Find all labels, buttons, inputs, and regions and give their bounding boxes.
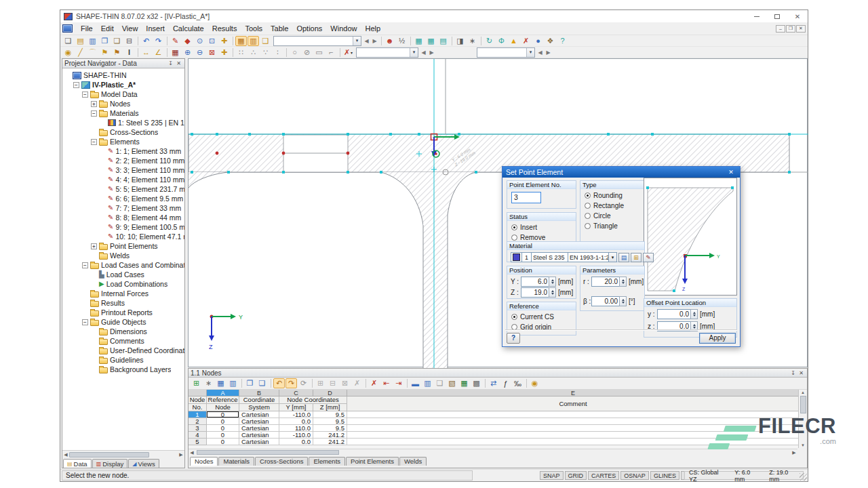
table-settings-icon[interactable]: ∗ bbox=[203, 378, 214, 388]
guideline-corner-icon[interactable]: ⌐ bbox=[326, 47, 337, 58]
panel-vertical-icon[interactable]: ▥ bbox=[422, 378, 433, 388]
collapse-icon[interactable]: − bbox=[91, 110, 97, 117]
tree-item-point-elements[interactable]: +Point Elements bbox=[62, 241, 184, 251]
cell-coordinate-system[interactable]: Cartesian bbox=[239, 418, 279, 425]
delete-row-icon[interactable]: ⊟ bbox=[327, 378, 338, 388]
table-hscrollbar[interactable]: ◀ ▶ bbox=[189, 449, 797, 455]
draw-icon[interactable]: ✎ bbox=[170, 36, 181, 46]
set-node-icon[interactable]: ◉ bbox=[62, 47, 74, 58]
maximize-button[interactable] bbox=[767, 10, 787, 22]
cs-prev-icon[interactable]: ◀ bbox=[420, 47, 427, 58]
table-view-icon[interactable]: ▦ bbox=[215, 378, 226, 388]
cell-z[interactable]: 241.2 bbox=[313, 439, 347, 445]
delete-all-icon[interactable]: ✗ bbox=[368, 378, 380, 388]
title-bar[interactable]: SHAPE-THIN 8.07.02 x32 - [IV-Plastic_A*]… bbox=[60, 10, 808, 22]
view-next-icon[interactable]: ▶ bbox=[371, 36, 378, 46]
tree-item-shape-thin[interactable]: SHAPE-THIN bbox=[62, 70, 184, 80]
menu-edit[interactable]: Edit bbox=[97, 24, 118, 33]
material-edit-icon[interactable]: ✎ bbox=[643, 253, 654, 262]
offset-y-stepper[interactable] bbox=[690, 309, 698, 319]
position-z-stepper[interactable] bbox=[549, 287, 556, 298]
guideline-circle-icon[interactable]: ○ bbox=[289, 47, 300, 58]
material-number[interactable]: 1 bbox=[522, 252, 532, 262]
zoom-window-icon[interactable]: ⊠ bbox=[206, 47, 218, 58]
help-icon[interactable]: ? bbox=[557, 36, 568, 46]
tree-item-1-steel-s-235-en-1993-1-1-2005[interactable]: 1: Steel S 235 | EN 1993-1-1:2005 bbox=[62, 118, 184, 127]
tree-item-cross-sections[interactable]: Cross-Sections bbox=[62, 127, 184, 137]
cell-z[interactable]: 9.5 bbox=[313, 425, 347, 432]
menu-calculate[interactable]: Calculate bbox=[169, 24, 208, 33]
cell-reference-node[interactable]: 0 bbox=[207, 411, 239, 418]
move-row-left-icon[interactable]: ⇤ bbox=[380, 378, 392, 388]
cell-y[interactable]: -110.0 bbox=[279, 432, 313, 439]
toggle-cartes[interactable]: CARTES bbox=[588, 471, 619, 480]
delete-icon[interactable]: ✗ bbox=[520, 36, 532, 46]
toggle-osnap[interactable]: OSNAP bbox=[620, 471, 649, 480]
collapse-icon[interactable]: − bbox=[91, 139, 97, 145]
cell-z[interactable]: 9.5 bbox=[313, 411, 347, 418]
new-icon[interactable]: ❏ bbox=[62, 36, 74, 46]
cell-y[interactable]: 0.0 bbox=[279, 439, 313, 445]
calculator-icon[interactable]: ▩ bbox=[471, 378, 482, 388]
tree-item-load-combinations[interactable]: ▶Load Combinations bbox=[62, 279, 184, 289]
delete-guidelines-icon[interactable]: ✗▾ bbox=[342, 47, 354, 58]
chevron-down-icon[interactable]: ▾ bbox=[526, 48, 534, 57]
tree-item-4-4-element-110-mm[interactable]: ✎4: 4; Element 110 mm bbox=[62, 175, 184, 184]
set-point-element-icon[interactable]: ⚑ bbox=[99, 47, 111, 58]
table-manager-icon[interactable]: ▦ bbox=[413, 36, 425, 46]
menu-help[interactable]: Help bbox=[361, 24, 384, 33]
tree-item-5-5-element-231-7-mm[interactable]: ✎5: 5; Element 231.7 mm bbox=[62, 184, 184, 194]
tree-item-results[interactable]: Results bbox=[62, 298, 184, 308]
menu-window[interactable]: Window bbox=[326, 24, 361, 33]
navigator-tab-data[interactable]: ▤Data bbox=[63, 459, 92, 468]
lock-icon[interactable]: ◉ bbox=[529, 378, 540, 388]
refresh-icon[interactable]: ⟳ bbox=[298, 378, 309, 388]
material-new-icon[interactable]: ⊞ bbox=[631, 253, 642, 262]
collapse-icon[interactable]: − bbox=[73, 82, 79, 88]
row-number[interactable]: 5 bbox=[189, 439, 207, 445]
table-view-split-icon[interactable]: ▥ bbox=[227, 378, 239, 388]
tree-item-3-3-element-110-mm[interactable]: ✎3: 3; Element 110 mm bbox=[62, 165, 184, 175]
minimize-button[interactable] bbox=[747, 10, 767, 22]
pin-icon[interactable]: ↧ bbox=[789, 370, 797, 376]
row-insert-icon[interactable]: ❏ bbox=[256, 378, 268, 388]
drawing-canvas[interactable]: Y : 6.0 mm Z : 19.0 mm Y Z Set Point bbox=[188, 58, 808, 367]
radio-insert[interactable]: Insert bbox=[511, 224, 576, 231]
tree-item-model-data[interactable]: −Model Data bbox=[62, 89, 184, 99]
move-row-right-icon[interactable]: ⇥ bbox=[393, 378, 404, 388]
column-letter-B[interactable]: B bbox=[239, 390, 279, 396]
shape-icon[interactable]: ◆ bbox=[182, 36, 193, 46]
visibility-prev-icon[interactable]: ◀ bbox=[536, 47, 544, 58]
material-name[interactable]: Steel S 235 bbox=[532, 252, 568, 262]
cell-y[interactable]: 0.0 bbox=[279, 418, 313, 425]
cell-reference-node[interactable]: 0 bbox=[207, 439, 239, 445]
snap-nodes-icon[interactable]: ∷ bbox=[235, 47, 247, 58]
scroll-thumb[interactable] bbox=[197, 450, 339, 455]
window-split-icon[interactable]: ▥ bbox=[248, 36, 259, 46]
comment-icon[interactable]: ❑ bbox=[260, 36, 271, 46]
toolbar-combobox[interactable]: ▾ bbox=[273, 36, 361, 46]
position-z-input[interactable]: 19.0 bbox=[521, 287, 549, 298]
set-line-icon[interactable]: ╱ bbox=[75, 47, 86, 58]
zoom-in-icon[interactable]: ⊕ bbox=[182, 47, 193, 58]
close-icon[interactable]: ✕ bbox=[797, 370, 805, 376]
zoom-icon[interactable]: ⊙ bbox=[194, 36, 205, 46]
dialog-title-bar[interactable]: Set Point Element ✕ bbox=[502, 167, 740, 178]
render-icon[interactable]: ◨ bbox=[454, 36, 466, 46]
menu-results[interactable]: Results bbox=[208, 24, 241, 33]
snap-midpoints-icon[interactable]: ∴ bbox=[248, 47, 259, 58]
column-letter-A[interactable]: A bbox=[207, 390, 239, 396]
cell-reference-node[interactable]: 0 bbox=[207, 418, 239, 425]
mdi-restore-button[interactable]: ❐ bbox=[786, 25, 795, 33]
dimension-icon[interactable]: ↔ bbox=[140, 47, 152, 58]
cell-y[interactable]: 110.0 bbox=[279, 425, 313, 432]
tree-item-2-2-element-110-mm[interactable]: ✎2: 2; Element 110 mm bbox=[62, 156, 184, 165]
tree-item-8-8-element-44-mm[interactable]: ✎8: 8; Element 44 mm bbox=[62, 213, 184, 222]
column-letter-E[interactable]: E bbox=[347, 390, 800, 396]
settings-icon[interactable]: ❖ bbox=[545, 36, 556, 46]
cell-z[interactable]: 9.5 bbox=[313, 418, 347, 425]
formula-icon[interactable]: ƒ bbox=[500, 378, 511, 388]
rotate-view-icon[interactable]: ↻ bbox=[484, 36, 495, 46]
cut-row-icon[interactable]: ✗ bbox=[351, 378, 363, 388]
radio-rounding[interactable]: Rounding bbox=[585, 192, 644, 199]
